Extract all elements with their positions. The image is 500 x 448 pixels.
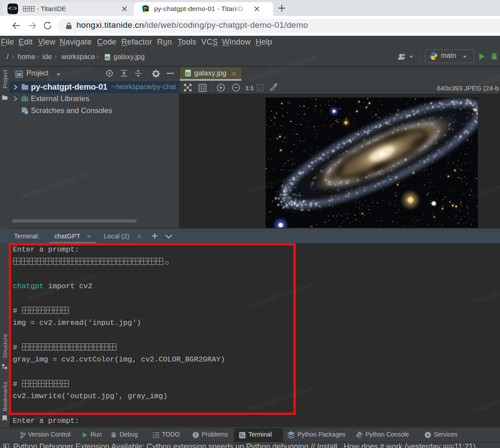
svg-text:PC: PC: [144, 7, 148, 10]
